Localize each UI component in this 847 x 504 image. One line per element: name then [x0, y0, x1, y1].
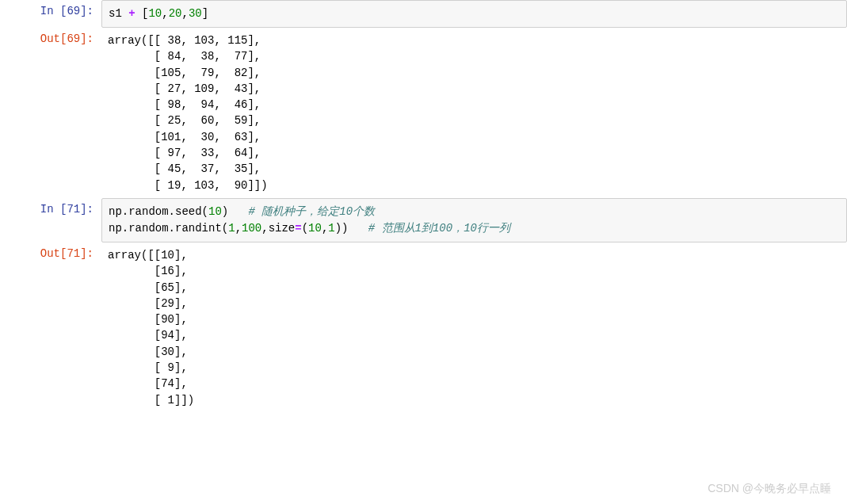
code-input[interactable]: s1 + [10,20,30] — [101, 0, 847, 28]
output-prompt: Out[69]: — [0, 28, 101, 198]
code-input[interactable]: np.random.seed(10) # 随机种子，给定10个数 np.rand… — [101, 198, 847, 242]
output-prompt: Out[71]: — [0, 242, 101, 413]
output-text: array([[ 38, 103, 115], [ 84, 38, 77], [… — [101, 28, 847, 198]
output-cell: Out[71]:array([[10], [16], [65], [29], [… — [0, 242, 847, 413]
output-text: array([[10], [16], [65], [29], [90], [94… — [101, 242, 847, 413]
input-cell: In [69]:s1 + [10,20,30] — [0, 0, 847, 28]
output-cell: Out[69]:array([[ 38, 103, 115], [ 84, 38… — [0, 28, 847, 198]
input-prompt: In [69]: — [0, 0, 101, 28]
input-prompt: In [71]: — [0, 198, 101, 242]
input-cell: In [71]:np.random.seed(10) # 随机种子，给定10个数… — [0, 198, 847, 242]
